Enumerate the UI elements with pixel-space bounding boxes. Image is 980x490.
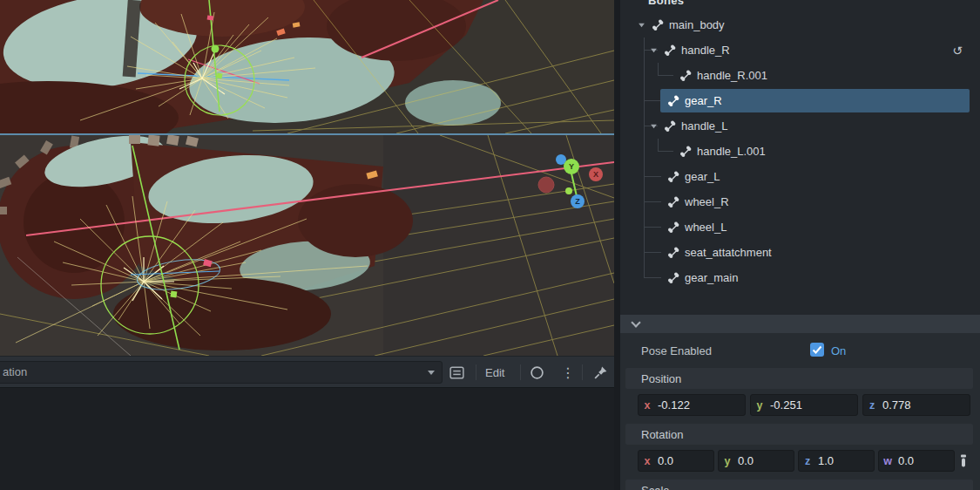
bone-tree: main_body handle_R ↺ handle_R.001 gear_R… bbox=[620, 12, 980, 315]
animation-toolbar: ation Edit ⋮ bbox=[0, 356, 614, 387]
axis-y-label: y bbox=[719, 455, 736, 467]
bone-label: handle_L bbox=[676, 119, 728, 133]
gizmo-x-label: X bbox=[593, 170, 598, 179]
position-spin-row: x -0.122 y -0.251 z 0.778 bbox=[620, 394, 980, 416]
rotation-y-spinbox[interactable]: y 0.0 bbox=[718, 450, 794, 472]
bone-icon bbox=[667, 272, 679, 284]
axis-w-label: w bbox=[879, 455, 896, 467]
axis-y-label: y bbox=[751, 399, 768, 412]
position-z-spinbox[interactable]: z 0.778 bbox=[862, 394, 970, 416]
position-x-value: -0.122 bbox=[656, 398, 690, 412]
axis-x-label: x bbox=[639, 399, 656, 412]
position-z-value: 0.778 bbox=[881, 398, 911, 412]
bone-icon bbox=[664, 120, 676, 133]
axis-z-label: z bbox=[799, 455, 816, 467]
rotation-x-spinbox[interactable]: x 0.0 bbox=[638, 450, 714, 472]
rotation-spin-row: x 0.0 y 0.0 z 1.0 w 0.0 bbox=[620, 450, 980, 472]
scale-section-header[interactable]: Scale bbox=[625, 480, 973, 490]
pose-enabled-value: On bbox=[831, 344, 846, 357]
viewport-3d-top[interactable] bbox=[0, 0, 614, 135]
bone-label: handle_L.001 bbox=[692, 145, 766, 158]
bone-icon bbox=[667, 171, 679, 183]
axis-x-label: x bbox=[639, 455, 656, 467]
pose-enabled-label: Pose Enabled bbox=[641, 344, 712, 357]
filter-icon bbox=[449, 364, 465, 381]
quaternion-edit-icon[interactable] bbox=[959, 454, 968, 467]
rotation-y-value: 0.0 bbox=[736, 454, 754, 467]
gizmo-x-neg-handle bbox=[538, 177, 554, 193]
animation-track-area[interactable] bbox=[0, 387, 614, 490]
axis-z-label: z bbox=[863, 399, 881, 412]
bone-label: gear_L bbox=[679, 170, 720, 183]
chevron-down-icon[interactable] bbox=[638, 21, 652, 29]
rotation-w-value: 0.0 bbox=[896, 454, 914, 467]
bone-inspector: Pose Enabled On Position x -0.122 y -0.2… bbox=[620, 333, 980, 490]
bone-label: wheel_L bbox=[679, 221, 727, 234]
skeleton-panel: Bones main_body handle_R ↺ handle_R.00 bbox=[620, 0, 980, 490]
viewport-area: X Y Z ation Edit bbox=[0, 0, 614, 490]
bone-icon bbox=[667, 221, 679, 234]
pose-enabled-row: Pose Enabled On bbox=[620, 340, 980, 363]
filter-button[interactable] bbox=[449, 357, 465, 388]
bone-label: wheel_R bbox=[679, 195, 729, 208]
position-x-spinbox[interactable]: x -0.122 bbox=[638, 394, 746, 416]
tree-item-handle-r[interactable]: handle_R ↺ bbox=[620, 37, 970, 63]
bone-icon bbox=[667, 247, 679, 259]
bone-label: seat_attatchment bbox=[679, 246, 772, 259]
position-y-spinbox[interactable]: y -0.251 bbox=[750, 394, 858, 416]
pose-enabled-checkbox[interactable] bbox=[810, 343, 824, 357]
panel-divider[interactable] bbox=[614, 0, 620, 490]
bones-panel-header: Bones bbox=[620, 0, 980, 12]
tree-item-handle-l-001[interactable]: handle_L.001 bbox=[620, 139, 970, 164]
bone-label: handle_R bbox=[676, 44, 730, 57]
chevron-down-icon[interactable] bbox=[650, 122, 664, 130]
rotation-x-value: 0.0 bbox=[656, 454, 673, 467]
tree-item-handle-l[interactable]: handle_L bbox=[620, 113, 970, 139]
bone-icon bbox=[667, 196, 679, 208]
tree-item-wheel-l[interactable]: wheel_L bbox=[620, 214, 970, 240]
pin-icon bbox=[593, 365, 608, 380]
tree-item-gear-l[interactable]: gear_L bbox=[620, 164, 970, 189]
bone-icon bbox=[664, 44, 676, 57]
bone-icon bbox=[679, 70, 692, 82]
kebab-menu-icon[interactable]: ⋮ bbox=[561, 357, 575, 388]
bone-label: main_body bbox=[664, 18, 725, 31]
animation-name-label: ation bbox=[3, 365, 27, 378]
section-collapse-bar[interactable] bbox=[620, 315, 980, 333]
onion-skinning-button[interactable] bbox=[530, 357, 544, 388]
bone-icon bbox=[667, 95, 679, 107]
onion-skin-icon bbox=[530, 365, 544, 380]
position-y-value: -0.251 bbox=[768, 398, 802, 412]
rotation-w-spinbox[interactable]: w 0.0 bbox=[878, 450, 955, 472]
viewport-3d-bottom[interactable]: X Y Z bbox=[0, 135, 614, 356]
reset-pose-icon[interactable]: ↺ bbox=[952, 44, 963, 58]
position-section-header[interactable]: Position bbox=[625, 368, 973, 389]
check-icon bbox=[810, 343, 824, 357]
tree-item-main-body[interactable]: main_body bbox=[620, 12, 970, 37]
bone-label: gear_main bbox=[679, 271, 738, 284]
pin-button[interactable] bbox=[593, 357, 608, 388]
gizmo-y-label: Y bbox=[569, 162, 574, 171]
tree-item-seat-attatchment[interactable]: seat_attatchment bbox=[620, 240, 970, 265]
tree-item-gear-main[interactable]: gear_main bbox=[620, 265, 970, 290]
bones-panel-title: Bones bbox=[648, 0, 684, 7]
rotation-z-spinbox[interactable]: z 1.0 bbox=[798, 450, 875, 472]
dropdown-arrow-icon bbox=[428, 371, 435, 375]
tree-item-gear-r[interactable]: gear_R bbox=[620, 88, 970, 113]
bone-icon bbox=[679, 146, 692, 158]
rotation-section-header[interactable]: Rotation bbox=[625, 424, 973, 445]
collapse-chevron-icon bbox=[631, 317, 640, 327]
gizmo-z-label: Z bbox=[575, 197, 580, 206]
edit-button[interactable]: Edit bbox=[485, 357, 504, 388]
chevron-down-icon[interactable] bbox=[650, 46, 664, 54]
rotation-z-value: 1.0 bbox=[816, 454, 834, 467]
bone-label: gear_R bbox=[679, 94, 722, 107]
bone-icon bbox=[652, 19, 664, 31]
tree-item-wheel-r[interactable]: wheel_R bbox=[620, 189, 970, 214]
animation-select[interactable] bbox=[0, 361, 443, 384]
tree-item-handle-r-001[interactable]: handle_R.001 bbox=[620, 63, 970, 88]
bone-label: handle_R.001 bbox=[692, 69, 767, 82]
